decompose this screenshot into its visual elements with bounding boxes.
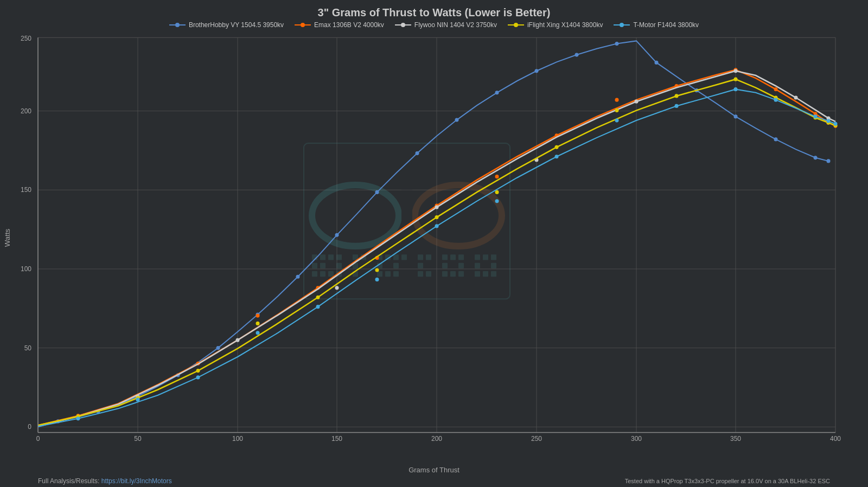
svg-point-69 <box>216 346 220 350</box>
svg-point-104 <box>335 286 339 290</box>
svg-point-128 <box>136 398 140 401</box>
svg-point-74 <box>416 151 419 155</box>
footer-left: Full Analysis/Results: https://bit.ly/3I… <box>38 477 172 485</box>
svg-point-131 <box>316 305 320 309</box>
footer-right: Tested with a HQProp T3x3x3-PC propeller… <box>625 478 830 484</box>
x-tick-150: 150 <box>331 435 342 443</box>
x-tick-100: 100 <box>232 435 243 443</box>
svg-point-120 <box>615 108 619 112</box>
svg-point-140 <box>814 114 818 118</box>
svg-rect-40 <box>336 263 342 268</box>
svg-point-80 <box>655 61 659 65</box>
footer-link[interactable]: https://bit.ly/3InchMotors <box>101 477 172 485</box>
svg-rect-45 <box>442 263 448 268</box>
chart-title: 3" Grams of Thrust to Watts (Lower is Be… <box>318 7 551 19</box>
svg-point-132 <box>375 278 379 281</box>
svg-point-109 <box>794 95 798 99</box>
legend-item-iflight: iFlight Xing X1404 3800kv <box>508 21 603 29</box>
legend-label-emax: Emax 1306B V2 4000kv <box>314 21 384 29</box>
svg-point-77 <box>535 69 539 73</box>
legend-label-flywoo: Flywoo NIN 1404 V2 3750kv <box>414 21 497 29</box>
chart-area: 0 50 100 150 200 250 Watts 0 50 100 150 … <box>0 32 868 466</box>
svg-point-75 <box>455 118 459 121</box>
svg-rect-50 <box>320 271 326 277</box>
legend-item-emax: Emax 1306B V2 4000kv <box>295 21 384 29</box>
svg-rect-35 <box>475 254 480 260</box>
y-tick-0: 0 <box>28 423 31 431</box>
svg-rect-49 <box>312 271 317 277</box>
svg-rect-32 <box>442 254 448 260</box>
svg-rect-64 <box>491 271 496 277</box>
svg-rect-33 <box>450 254 456 260</box>
svg-point-115 <box>316 296 320 299</box>
svg-rect-58 <box>426 271 431 277</box>
svg-rect-59 <box>442 271 448 277</box>
svg-rect-60 <box>450 271 456 277</box>
svg-point-134 <box>495 199 499 203</box>
svg-point-79 <box>615 42 619 46</box>
svg-point-107 <box>635 100 639 104</box>
svg-rect-23 <box>336 254 342 260</box>
svg-point-95 <box>615 98 619 102</box>
svg-point-71 <box>296 275 300 279</box>
svg-point-103 <box>236 338 240 342</box>
svg-rect-30 <box>418 254 423 260</box>
svg-point-127 <box>76 416 80 420</box>
legend-label-iflight: iFlight Xing X1404 3800kv <box>527 21 603 29</box>
svg-point-113 <box>196 369 200 373</box>
svg-point-136 <box>615 118 619 122</box>
svg-point-141 <box>827 119 831 123</box>
svg-rect-46 <box>458 263 464 268</box>
svg-point-93 <box>495 175 499 178</box>
legend-label-brotherhobby: BrotherHobby VY 1504.5 3950kv <box>189 21 284 29</box>
svg-rect-61 <box>458 271 464 277</box>
svg-point-105 <box>435 205 439 209</box>
y-tick-250: 250 <box>21 35 31 42</box>
svg-rect-31 <box>426 254 431 260</box>
svg-rect-55 <box>385 271 391 277</box>
svg-rect-29 <box>401 254 407 260</box>
svg-point-122 <box>734 78 738 81</box>
svg-point-137 <box>675 104 679 108</box>
svg-point-89 <box>256 313 260 317</box>
svg-point-98 <box>774 87 778 91</box>
svg-point-118 <box>495 190 499 194</box>
y-axis-label: Watts <box>3 228 11 247</box>
svg-point-116 <box>375 268 379 272</box>
svg-point-85 <box>827 159 831 163</box>
svg-point-108 <box>734 69 738 73</box>
svg-rect-22 <box>328 254 334 260</box>
svg-rect-43 <box>393 263 399 268</box>
chart-container: 3" Grams of Thrust to Watts (Lower is Be… <box>0 0 868 487</box>
svg-point-84 <box>814 156 818 159</box>
svg-rect-28 <box>393 254 399 260</box>
svg-point-117 <box>435 215 439 219</box>
svg-point-83 <box>774 137 778 141</box>
legend: BrotherHobby VY 1504.5 3950kv Emax 1306B… <box>169 21 699 29</box>
svg-point-133 <box>435 224 439 228</box>
svg-rect-56 <box>393 271 399 277</box>
svg-rect-34 <box>458 254 464 260</box>
svg-rect-63 <box>483 271 488 277</box>
svg-rect-48 <box>491 263 496 268</box>
svg-point-76 <box>495 91 499 94</box>
legend-item-flywoo: Flywoo NIN 1404 V2 3750kv <box>395 21 497 29</box>
svg-rect-47 <box>475 263 480 268</box>
svg-point-130 <box>256 331 260 335</box>
svg-point-78 <box>575 53 579 56</box>
y-tick-150: 150 <box>21 186 31 194</box>
svg-point-119 <box>555 145 559 149</box>
x-tick-50: 50 <box>134 435 142 443</box>
svg-point-82 <box>734 114 738 118</box>
svg-rect-44 <box>418 263 423 268</box>
legend-item-tmotor: T-Motor F1404 3800kv <box>614 21 699 29</box>
svg-point-139 <box>774 98 778 102</box>
x-tick-400: 400 <box>830 435 841 443</box>
svg-rect-62 <box>475 271 480 277</box>
x-tick-250: 250 <box>531 435 542 443</box>
svg-rect-36 <box>483 254 488 260</box>
x-tick-200: 200 <box>431 435 442 443</box>
footer-bar: Full Analysis/Results: https://bit.ly/3I… <box>0 476 868 487</box>
y-tick-50: 50 <box>24 344 32 352</box>
svg-rect-57 <box>418 271 423 277</box>
